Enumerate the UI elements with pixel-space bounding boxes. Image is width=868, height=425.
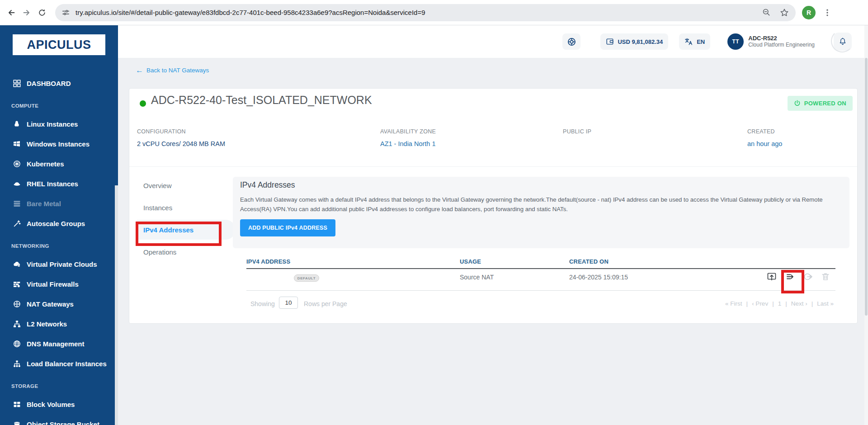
gateway-detail-card: ADC-R522-40-Test_ISOLATED_NETWORK POWERE… xyxy=(129,88,858,324)
bookmark-star-icon[interactable] xyxy=(779,8,789,18)
translate-icon xyxy=(684,38,693,46)
dashboard-grid-icon xyxy=(13,79,21,87)
globe-icon xyxy=(13,340,21,348)
sidebar-item-windows-instances[interactable]: Windows Instances xyxy=(0,134,118,154)
sidebar-section-networking: NETWORKING xyxy=(0,238,118,254)
static-nat-action-button[interactable] xyxy=(785,271,797,283)
field-configuration: CONFIGURATION 2 vCPU Cores/ 2048 MB RAM xyxy=(137,128,225,147)
windows-icon xyxy=(13,140,21,148)
kebab-menu-icon[interactable] xyxy=(823,8,832,17)
release-ip-action-button[interactable] xyxy=(802,271,814,283)
block-volumes-icon xyxy=(13,400,21,408)
pagination-separator: | xyxy=(785,300,787,307)
browser-reload-button[interactable] xyxy=(34,5,50,20)
sidebar-item-object-storage-bucket[interactable]: Object Storage Bucket xyxy=(0,414,118,425)
sidebar-item-dns-management[interactable]: DNS Management xyxy=(0,334,118,354)
lifebuoy-icon xyxy=(567,37,576,47)
sidebar-item-rhel-instances[interactable]: RHEL Instances xyxy=(0,174,118,194)
back-arrow-icon xyxy=(6,8,16,18)
bucket-icon xyxy=(13,420,21,425)
rows-per-page-label: Rows per Page xyxy=(304,300,347,307)
forward-arrow-icon xyxy=(22,8,32,18)
table-row-divider xyxy=(246,290,835,291)
monitor-up-arrow-icon xyxy=(766,271,777,282)
sidebar-item-l2-networks[interactable]: L2 Networks xyxy=(0,314,118,334)
port-forwarding-action-button[interactable] xyxy=(766,271,778,283)
linux-penguin-icon xyxy=(13,120,21,128)
help-button[interactable] xyxy=(562,33,580,50)
server-stack-icon xyxy=(13,199,21,208)
sidebar-item-nat-gateways[interactable]: NAT Gateways xyxy=(0,294,118,314)
delete-action-button[interactable] xyxy=(820,271,831,283)
browser-address-bar[interactable]: try.apiculus.io/site/#/detail-public-gat… xyxy=(55,4,796,21)
sidebar-item-bare-metal[interactable]: Bare Metal xyxy=(0,194,118,213)
field-created: CREATED an hour ago xyxy=(747,128,782,147)
tab-instances[interactable]: Instances xyxy=(137,198,236,217)
created-on-cell: 24-06-2025 15:09:15 xyxy=(569,274,628,281)
window-scrollbar-thumb[interactable] xyxy=(865,58,868,316)
field-availability-zone: AVAILABILITY ZONE AZ1 - India North 1 xyxy=(380,128,436,147)
pagination-nav: « First | ‹ Prev | 1 | Next › | Last » xyxy=(725,300,834,307)
language-code: EN xyxy=(697,38,705,45)
main-content: ← Back to NAT Gateways ADC-R522-40-Test_… xyxy=(118,58,868,425)
col-header-ipv4-address[interactable]: IPV4 ADDRESS xyxy=(246,258,290,265)
availability-zone-value[interactable]: AZ1 - India North 1 xyxy=(380,140,436,147)
browser-forward-button[interactable] xyxy=(19,5,34,20)
site-info-icon[interactable] xyxy=(61,8,70,17)
ipv4-panel-header: IPv4 Addresses Each Virtual Gateway come… xyxy=(233,177,849,248)
pagination-separator: | xyxy=(772,300,774,307)
gateway-title: ADC-R522-40-Test_ISOLATED_NETWORK xyxy=(151,94,372,107)
tab-overview[interactable]: Overview xyxy=(137,175,236,195)
language-selector[interactable]: EN xyxy=(679,33,710,50)
tab-ipv4-addresses[interactable]: IPv4 Addresses xyxy=(137,220,236,240)
browser-toolbar: try.apiculus.io/site/#/detail-public-gat… xyxy=(0,0,868,25)
reload-icon xyxy=(38,8,47,17)
sidebar-item-block-volumes[interactable]: Block Volumes xyxy=(0,394,118,414)
pagination-next[interactable]: Next › xyxy=(791,300,807,307)
network-tree-icon xyxy=(13,320,21,328)
status-dot xyxy=(140,100,146,107)
sidebar-item-virtual-private-clouds[interactable]: Virtual Private Clouds xyxy=(0,254,118,274)
sidebar-item-dashboard[interactable]: DASHBOARD xyxy=(0,73,118,93)
window-scrollbar[interactable] xyxy=(864,25,868,425)
rows-per-page-input[interactable] xyxy=(279,297,298,309)
app-header: USD 9,81,082.34 EN TT ADC-R522 Cloud Pla… xyxy=(118,25,868,58)
sidebar-nav: APICULUS DASHBOARD COMPUTE Linux Instanc… xyxy=(0,25,118,425)
wallet-balance-text: USD 9,81,082.34 xyxy=(618,38,663,45)
sidebar-section-compute: COMPUTE xyxy=(0,98,118,114)
sidebar-item-autoscale-groups[interactable]: Autoscale Groups xyxy=(0,213,118,233)
magic-wand-icon xyxy=(13,219,21,227)
sidebar-item-linux-instances[interactable]: Linux Instances xyxy=(0,114,118,134)
wallet-icon xyxy=(606,38,614,46)
url-text[interactable]: try.apiculus.io/site/#/detail-public-gat… xyxy=(75,9,756,16)
zoom-icon[interactable] xyxy=(762,8,771,17)
configuration-value: 2 vCPU Cores/ 2048 MB RAM xyxy=(137,140,225,147)
panel-description: Each Virtual Gateway comes with a defaul… xyxy=(240,195,843,214)
nat-gateway-icon xyxy=(13,300,21,308)
apiculus-logo[interactable]: APICULUS xyxy=(13,34,105,55)
sidebar-item-kubernetes[interactable]: Kubernetes xyxy=(0,154,118,174)
pagination-last[interactable]: Last » xyxy=(817,300,834,307)
col-header-usage[interactable]: USAGE xyxy=(460,258,481,265)
tab-operations[interactable]: Operations xyxy=(137,242,236,262)
browser-back-button[interactable] xyxy=(4,5,19,20)
pagination-prev[interactable]: ‹ Prev xyxy=(752,300,768,307)
sidebar-item-load-balancer-instances[interactable]: Load Balancer Instances xyxy=(0,354,118,373)
browser-profile-avatar[interactable]: R xyxy=(802,6,816,19)
logo-text: APICULUS xyxy=(27,38,91,52)
user-menu[interactable]: TT ADC-R522 Cloud Platform Engineering xyxy=(727,33,815,50)
power-icon xyxy=(794,100,801,107)
pagination-separator: | xyxy=(811,300,813,307)
col-header-created-on[interactable]: CREATED ON xyxy=(569,258,609,265)
showing-label: Showing xyxy=(250,300,275,307)
sidebar-item-virtual-firewalls[interactable]: Virtual Firewalls xyxy=(0,274,118,294)
wallet-balance-button[interactable]: USD 9,81,082.34 xyxy=(600,33,668,50)
load-balancer-icon xyxy=(13,359,21,368)
add-public-ipv4-button[interactable]: ADD PUBLIC IPv4 ADDRESS xyxy=(240,219,335,236)
back-to-nat-gateways-link[interactable]: ← Back to NAT Gateways xyxy=(136,67,209,74)
pagination-page-1[interactable]: 1 xyxy=(778,300,782,307)
pagination-first[interactable]: « First xyxy=(725,300,742,307)
kubernetes-icon xyxy=(13,160,21,168)
sidebar-scrollbar[interactable] xyxy=(115,185,118,425)
notifications-button[interactable] xyxy=(831,30,854,53)
